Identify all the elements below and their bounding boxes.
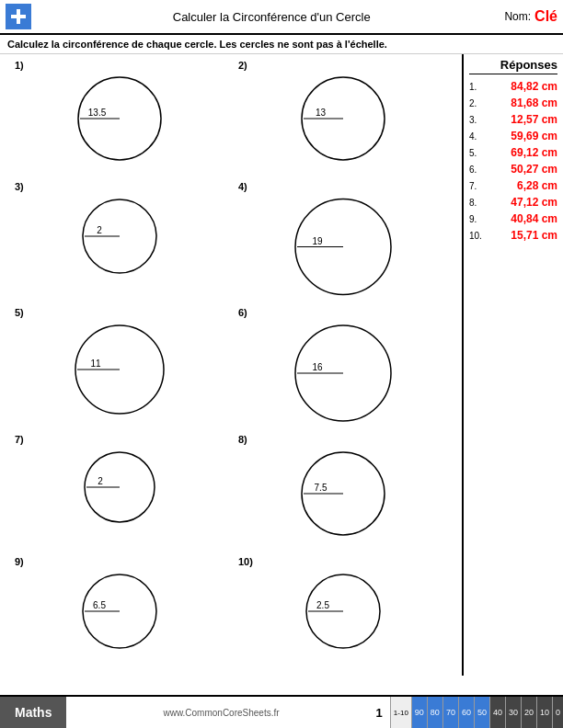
footer-scores: 1-109080706050403020100 (390, 697, 563, 728)
answer-val-9: 40,84 cm (511, 212, 557, 225)
svg-text:13.5: 13.5 (87, 108, 106, 118)
problem-2: 2)13 (231, 58, 454, 176)
answer-num-10: 10. (469, 231, 486, 241)
answer-num-4: 4. (469, 131, 486, 142)
instructions: Calculez la circonférence de chaque cerc… (0, 35, 563, 54)
svg-text:13: 13 (315, 108, 326, 118)
problem-number-10: 10) (238, 556, 253, 567)
cle-label: Clé (534, 8, 557, 25)
problem-number-6: 6) (238, 307, 247, 318)
svg-text:2: 2 (98, 476, 103, 486)
score-block-2: 80 (427, 697, 442, 728)
nom-label: Nom: (504, 10, 531, 23)
main-content: 1)13.52)133)24)195)116)167)28)7.59)6.510… (0, 54, 563, 676)
answer-item-8: 8.47,12 cm (469, 196, 557, 209)
circle-svg-4: 19 (291, 194, 396, 300)
answer-num-8: 8. (469, 198, 486, 208)
page-title: Calculer la Circonférence d'un Cercle (39, 10, 504, 24)
problem-number-4: 4) (238, 181, 247, 192)
footer-maths-label: Maths (0, 697, 66, 728)
answer-val-4: 59,69 cm (511, 130, 557, 142)
answer-num-7: 7. (469, 181, 486, 191)
svg-text:7.5: 7.5 (314, 483, 327, 493)
answer-item-10: 10.15,71 cm (469, 229, 557, 242)
score-block-5: 50 (474, 697, 489, 728)
problem-number-3: 3) (15, 181, 24, 192)
problem-number-7: 7) (15, 434, 24, 445)
svg-text:2.5: 2.5 (316, 600, 329, 610)
circle-svg-2: 13 (293, 73, 394, 165)
problems-grid: 1)13.52)133)24)195)116)167)28)7.59)6.510… (0, 54, 462, 676)
problem-9: 9)6.5 (7, 554, 231, 672)
answer-val-7: 6,28 cm (517, 179, 557, 192)
answer-item-7: 7.6,28 cm (469, 179, 557, 192)
answer-item-5: 5.69,12 cm (469, 146, 557, 159)
score-block-6: 40 (489, 697, 505, 728)
problem-10: 10)2.5 (231, 554, 454, 672)
problem-8: 8)7.5 (231, 432, 454, 550)
problem-number-8: 8) (238, 434, 247, 445)
answer-num-1: 1. (469, 82, 486, 92)
score-block-0: 1-10 (390, 697, 411, 728)
header: Calculer la Circonférence d'un Cercle No… (0, 0, 563, 35)
answer-num-9: 9. (469, 214, 486, 224)
circle-container-2: 13 (238, 73, 447, 165)
problem-7: 7)2 (7, 432, 231, 550)
circle-container-6: 16 (238, 320, 447, 427)
answers-list: 1.84,82 cm2.81,68 cm3.12,57 cm4.59,69 cm… (469, 80, 557, 242)
svg-text:6.5: 6.5 (93, 600, 106, 610)
score-block-1: 90 (411, 697, 427, 728)
score-block-7: 30 (505, 697, 521, 728)
footer-url: www.CommonCoreSheets.fr (66, 708, 375, 718)
problem-number-9: 9) (15, 556, 24, 567)
score-block-4: 60 (458, 697, 474, 728)
logo-icon (6, 4, 31, 29)
circle-container-8: 7.5 (238, 447, 447, 540)
score-block-8: 20 (521, 697, 536, 728)
answer-num-2: 2. (469, 98, 486, 108)
answer-item-4: 4.59,69 cm (469, 130, 557, 142)
answer-val-8: 47,12 cm (511, 196, 557, 209)
svg-text:19: 19 (312, 236, 323, 246)
answers-title: Réponses (469, 58, 557, 74)
answer-item-3: 3.12,57 cm (469, 113, 557, 126)
circle-container-1: 13.5 (15, 73, 224, 165)
problem-3: 3)2 (7, 179, 231, 301)
svg-text:2: 2 (97, 225, 102, 235)
circle-container-7: 2 (15, 447, 224, 528)
answer-val-3: 12,57 cm (511, 113, 557, 126)
score-block-3: 70 (442, 697, 458, 728)
answer-val-1: 84,82 cm (511, 80, 557, 93)
answer-item-6: 6.50,27 cm (469, 163, 557, 176)
answer-val-2: 81,68 cm (511, 97, 557, 109)
problem-4: 4)19 (231, 179, 454, 301)
circle-container-3: 2 (15, 194, 224, 279)
circle-svg-1: 13.5 (69, 73, 170, 165)
answer-num-5: 5. (469, 148, 486, 158)
problem-5: 5)11 (7, 305, 231, 428)
problem-6: 6)16 (231, 305, 454, 428)
circle-svg-10: 2.5 (297, 569, 389, 654)
circle-container-10: 2.5 (238, 569, 447, 654)
answer-val-6: 50,27 cm (511, 163, 557, 176)
problem-number-2: 2) (238, 60, 247, 71)
answers-panel: Réponses 1.84,82 cm2.81,68 cm3.12,57 cm4… (462, 54, 563, 676)
circle-svg-5: 11 (69, 320, 170, 419)
answer-num-6: 6. (469, 165, 486, 175)
answer-num-3: 3. (469, 115, 486, 125)
circle-svg-6: 16 (291, 320, 396, 427)
circle-container-4: 19 (238, 194, 447, 300)
circle-container-5: 11 (15, 320, 224, 419)
footer-page: 1 (376, 706, 383, 720)
problem-number-1: 1) (15, 60, 24, 71)
answer-item-9: 9.40,84 cm (469, 212, 557, 225)
problem-number-5: 5) (15, 307, 24, 318)
answer-val-5: 69,12 cm (511, 146, 557, 159)
answer-item-2: 2.81,68 cm (469, 97, 557, 109)
answer-val-10: 15,71 cm (511, 229, 557, 242)
circle-svg-9: 6.5 (74, 569, 166, 654)
svg-text:11: 11 (90, 358, 101, 369)
problem-1: 1)13.5 (7, 58, 231, 176)
svg-text:16: 16 (312, 362, 323, 372)
circle-svg-3: 2 (74, 194, 166, 279)
